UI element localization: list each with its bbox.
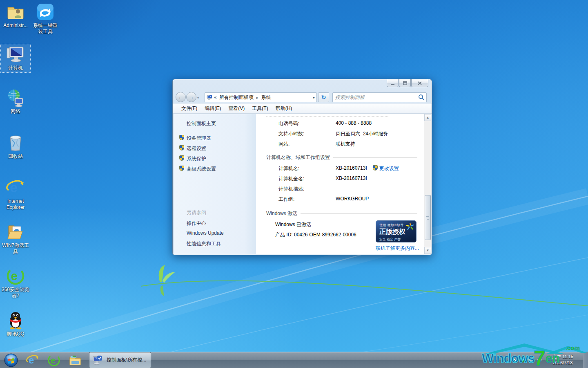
close-button[interactable] xyxy=(411,79,428,87)
refresh-button[interactable] xyxy=(318,92,329,102)
row-label: 计算机全名: xyxy=(278,175,336,182)
sidebar-system-protection[interactable]: 系统保护 xyxy=(187,155,206,162)
active-task-control-panel[interactable]: 控制面板\所有控... xyxy=(89,352,151,368)
360-browser-icon: e xyxy=(47,354,60,367)
administrator-folder-icon xyxy=(6,2,25,21)
menu-tools[interactable]: 工具(T) xyxy=(248,104,272,113)
task-system-icon xyxy=(93,355,103,365)
window-titlebar[interactable] xyxy=(173,79,432,91)
change-settings-link[interactable]: 更改设置 xyxy=(379,165,399,172)
breadcrumb-root[interactable]: 所有控制面板项 xyxy=(218,94,254,101)
desktop-icon-360-browser[interactable]: e 360安全浏览器7 xyxy=(1,267,30,299)
search-icon[interactable] xyxy=(417,93,425,101)
scroll-down-button[interactable]: ▼ xyxy=(424,247,431,254)
sidebar-see-also-header: 另请参阅 xyxy=(187,209,206,216)
info-row-website: 网站: 联机支持 xyxy=(278,141,355,148)
breadcrumb-arrow-icon[interactable] xyxy=(254,94,261,100)
row-value: 周日至周六 24小时服务 xyxy=(336,130,388,137)
volume-tray-icon[interactable] xyxy=(537,357,542,363)
desktop-icon-label: 计算机 xyxy=(1,65,30,71)
security-shield-tray-icon[interactable] xyxy=(519,357,525,363)
taskbar-360-browser[interactable]: e xyxy=(43,352,65,368)
online-support-link[interactable]: 联机支持 xyxy=(336,141,355,148)
menu-help[interactable]: 帮助(H) xyxy=(272,104,296,113)
sidebar-remote-settings[interactable]: 远程设置 xyxy=(187,145,206,152)
info-row-phone: 电话号码: 400 - 888 - 8888 xyxy=(278,120,372,127)
menu-view[interactable]: 查看(V) xyxy=(225,104,248,113)
sidebar-control-panel-home[interactable]: 控制面板主页 xyxy=(187,120,216,127)
menu-edit[interactable]: 编辑(E) xyxy=(201,104,225,113)
section-title: 计算机名称、域和工作组设置 xyxy=(266,154,330,161)
scrollbar-thumb[interactable] xyxy=(425,195,431,240)
taskbar-internet-explorer[interactable]: e xyxy=(22,352,43,368)
breadcrumb-overflow-icon[interactable] xyxy=(212,94,218,100)
network-tray-icon[interactable] xyxy=(528,357,534,363)
start-button[interactable] xyxy=(0,352,22,368)
desktop-icon-administrator[interactable]: Administr... xyxy=(1,2,30,29)
product-id-row: 产品 ID: 00426-OEM-8992662-00006 xyxy=(275,231,356,238)
forward-button[interactable]: → xyxy=(186,92,196,102)
row-value: 400 - 888 - 8888 xyxy=(336,120,372,127)
desktop-icon-tencent-qq[interactable]: 腾讯QQ xyxy=(1,311,30,337)
scroll-up-button[interactable]: ▲ xyxy=(424,114,431,121)
learn-more-link[interactable]: 联机了解更多内容... xyxy=(376,245,419,252)
desktop: { "desktop": { "icons": [ { "label": "Ad… xyxy=(0,0,588,368)
desktop-icon-recycle-bin[interactable]: 回收站 xyxy=(1,133,30,159)
computer-name-section-header: 计算机名称、域和工作组设置 xyxy=(266,154,417,161)
breadcrumb-current[interactable]: 系统 xyxy=(261,94,272,101)
genuine-star-icon xyxy=(405,222,414,231)
genuine-software-badge[interactable]: 使用 微软®软件 正版授权 安全 稳定 声誉 xyxy=(376,220,416,242)
row-label: 计算机描述: xyxy=(278,186,336,193)
row-label: 工作组: xyxy=(278,196,336,203)
clipped-scrolled-text xyxy=(266,114,388,117)
network-icon xyxy=(6,88,25,107)
taskbar-clock[interactable]: 上午 11:15 2016/7/13 xyxy=(544,352,581,368)
sidebar-action-center[interactable]: 操作中心 xyxy=(187,220,206,227)
desktop-icon-label: 系统一键重装工具 xyxy=(31,22,60,35)
info-row-support-hours: 支持小时数: 周日至周六 24小时服务 xyxy=(278,130,388,137)
uac-shield-icon xyxy=(373,165,378,171)
window-controls xyxy=(386,79,428,87)
taskbar: e e 控制面板\所有控... 上午 11:15 2016/7/13 xyxy=(0,352,588,368)
address-bar[interactable]: 所有控制面板项 系统 xyxy=(205,92,317,102)
vertical-scrollbar[interactable]: ▲ ▼ xyxy=(424,114,431,254)
desktop-icon-label: 360安全浏览器7 xyxy=(1,287,30,299)
explorer-folder-icon xyxy=(69,354,82,367)
hidden-icons-chevron-icon[interactable] xyxy=(512,357,517,362)
windows-start-orb-icon xyxy=(4,353,18,367)
minimize-button[interactable] xyxy=(387,79,399,87)
desktop-icon-network[interactable]: 网络 xyxy=(1,88,30,114)
wallpaper-sprig xyxy=(159,265,175,296)
row-label: 计算机名: xyxy=(278,165,336,172)
sidebar-windows-update[interactable]: Windows Update xyxy=(187,230,224,236)
sidebar-device-manager[interactable]: 设备管理器 xyxy=(187,135,211,142)
row-label: 支持小时数: xyxy=(278,130,336,137)
row-value: XB-20160713I xyxy=(336,175,367,182)
desktop-icon-label: WIN7激活工具 xyxy=(1,242,30,255)
desktop-icon-label: 腾讯QQ xyxy=(1,331,30,337)
info-row-computer-name: 计算机名: XB-20160713I 更改设置 xyxy=(278,165,399,172)
search-input[interactable] xyxy=(333,94,417,100)
sidebar-advanced-settings[interactable]: 高级系统设置 xyxy=(187,166,216,173)
desktop-icon-label: 回收站 xyxy=(1,153,30,159)
maximize-button[interactable] xyxy=(399,79,411,87)
maximize-icon xyxy=(403,81,407,85)
back-button[interactable]: ← xyxy=(176,92,186,102)
desktop-icon-label: Internet Explorer xyxy=(1,198,30,211)
recent-pages-dropdown-icon[interactable]: ▾ xyxy=(197,96,199,100)
show-desktop-button[interactable] xyxy=(583,352,588,368)
svg-text:e: e xyxy=(11,269,18,283)
section-title: Windows 激活 xyxy=(266,210,297,217)
watermark-com: .com xyxy=(566,344,580,351)
menu-file[interactable]: 文件(F) xyxy=(178,104,201,113)
info-row-description: 计算机描述: xyxy=(278,186,336,193)
sidebar-performance-tools[interactable]: 性能信息和工具 xyxy=(187,240,221,247)
sidebar: 控制面板主页 设备管理器 远程设置 系统保护 高级系统设置 另请参阅 操作中心 … xyxy=(174,114,256,254)
taskbar-explorer[interactable] xyxy=(65,352,86,368)
desktop-icon-computer[interactable]: 计算机 xyxy=(1,44,30,72)
desktop-icon-reinstall-tool[interactable]: 系统一键重装工具 xyxy=(31,2,60,35)
desktop-icon-internet-explorer[interactable]: e Internet Explorer xyxy=(1,178,30,211)
row-label: 电话号码: xyxy=(278,120,336,127)
address-dropdown-icon[interactable] xyxy=(313,94,315,100)
desktop-icon-win7-activation-tool[interactable]: WIN7激活工具 xyxy=(1,222,30,255)
